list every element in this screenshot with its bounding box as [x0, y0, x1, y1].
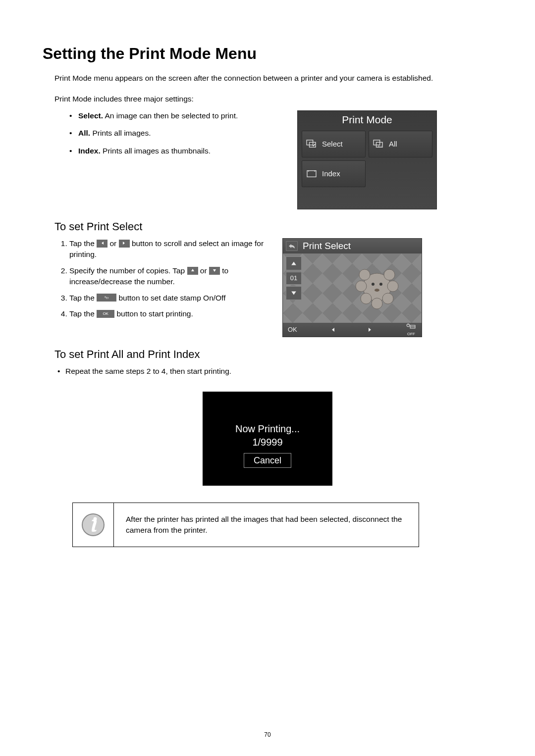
step-text: button to start printing. [116, 309, 193, 318]
prev-button[interactable] [329, 326, 336, 333]
option-index[interactable]: Index [302, 160, 366, 187]
list-item: Index. Prints all images as thumbnails. [69, 146, 282, 156]
option-label: Index [322, 169, 340, 178]
bullet-bold: All. [78, 129, 90, 137]
option-label: Select [322, 140, 343, 148]
step-item: Tap the or button to scroll and select a… [69, 238, 268, 260]
settings-list: Select. An image can then be selected to… [69, 110, 282, 156]
copy-count: 01 [286, 272, 302, 285]
all-icon: ALL [373, 140, 384, 149]
next-button[interactable] [367, 326, 374, 333]
bullet-bold: Index. [78, 147, 101, 155]
svg-rect-10 [107, 298, 108, 299]
cancel-button[interactable]: Cancel [244, 453, 291, 468]
step-text: Specify the number of copies. Tap [69, 266, 187, 275]
date-stamp-icon [97, 294, 116, 302]
back-button[interactable] [286, 241, 298, 251]
intro-text: Print Mode menu appears on the screen af… [54, 73, 492, 84]
date-stamp-state: OFF [407, 332, 415, 336]
screen1-title: Print Mode [298, 111, 436, 131]
steps-list: Tap the or button to scroll and select a… [54, 238, 268, 320]
svg-point-16 [361, 293, 372, 304]
svg-point-13 [384, 269, 395, 280]
index-icon [306, 169, 317, 178]
increase-button[interactable] [286, 256, 302, 270]
svg-text:ALL: ALL [377, 145, 382, 148]
svg-point-27 [94, 517, 97, 520]
preview-image [342, 257, 412, 317]
step-item: Tap the OK button to start printing. [69, 308, 268, 319]
next-icon [119, 240, 130, 248]
svg-rect-5 [307, 170, 316, 177]
svg-point-17 [382, 293, 393, 304]
prev-icon [97, 240, 107, 248]
printing-status: Now Printing... [203, 422, 332, 436]
bullet-text: Prints all images as thumbnails. [101, 147, 211, 155]
bullet-bold: Select. [78, 111, 103, 120]
date-stamp-button[interactable]: OFF [406, 323, 417, 336]
svg-point-19 [372, 283, 374, 286]
print-mode-screen: Print Mode Select ALL All Index [297, 110, 437, 209]
step-text: or [109, 239, 118, 248]
page-title: Setting the Print Mode Menu [43, 45, 492, 63]
bullet-text: An image can then be selected to print. [103, 111, 238, 120]
screen2-title: Print Select [303, 241, 351, 252]
ok-button[interactable]: OK [288, 326, 297, 333]
select-icon [306, 140, 317, 149]
note-box: After the printer has printed all the im… [72, 503, 419, 547]
repeat-step-item: Repeat the same steps 2 to 4, then start… [57, 366, 492, 377]
down-icon [209, 267, 220, 275]
decrease-button[interactable] [286, 286, 302, 300]
step-text: Tap the [69, 309, 97, 318]
svg-point-12 [359, 269, 370, 280]
print-select-screen: Print Select 01 [282, 238, 422, 337]
svg-point-15 [387, 281, 398, 292]
ok-icon: OK [97, 310, 114, 318]
step-text: Tap the [69, 294, 97, 302]
list-item: Select. An image can then be selected to… [69, 110, 282, 121]
info-icon [73, 503, 114, 546]
note-text: After the printer has printed all the im… [114, 503, 419, 546]
now-printing-screen: Now Printing... 1/9999 Cancel [203, 392, 332, 486]
subheading-text: Print Mode includes three major settings… [54, 95, 492, 103]
bullet-text: Prints all images. [90, 129, 151, 137]
option-label: All [389, 140, 397, 148]
step-text: or [200, 266, 209, 275]
page-number: 70 [0, 731, 535, 738]
step-text: Tap the [69, 239, 97, 248]
up-icon [187, 267, 198, 275]
option-all[interactable]: ALL All [369, 131, 432, 157]
step-item: Specify the number of copies. Tap or to … [69, 265, 268, 288]
repeat-steps-list: Repeat the same steps 2 to 4, then start… [57, 366, 492, 377]
svg-point-20 [379, 283, 382, 286]
list-item: All. Prints all images. [69, 128, 282, 139]
heading-print-all-index: To set Print All and Print Index [54, 348, 492, 361]
svg-point-18 [372, 298, 382, 309]
svg-point-14 [356, 281, 367, 292]
step-text: button to set date stamp On/Off [118, 294, 225, 302]
heading-print-select: To set Print Select [54, 220, 492, 233]
option-select[interactable]: Select [302, 131, 366, 157]
step-item: Tap the button to set date stamp On/Off [69, 293, 268, 303]
svg-point-21 [374, 289, 379, 292]
printing-progress: 1/9999 [203, 436, 332, 449]
